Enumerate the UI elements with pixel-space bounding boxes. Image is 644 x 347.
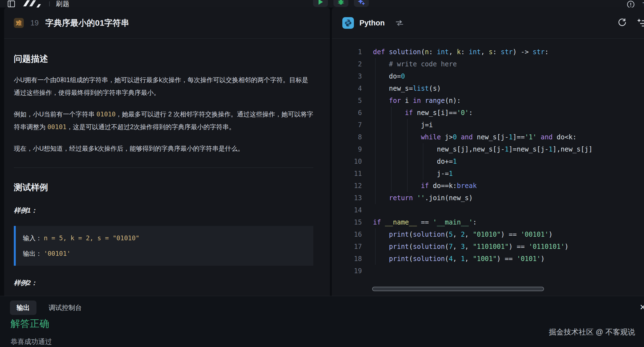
language-label: Python: [359, 19, 385, 27]
switch-language-icon[interactable]: [395, 20, 404, 26]
line-number: 16: [332, 228, 362, 241]
line-number: 3: [332, 70, 362, 82]
section-divider: [14, 168, 313, 168]
line-content: new_s=list(s): [373, 82, 441, 95]
line-content: do+=1: [373, 155, 457, 168]
code-line[interactable]: 2 # write code here: [332, 58, 644, 70]
inline-code: 00101: [47, 123, 66, 131]
line-content: j=i: [373, 119, 433, 131]
line-content: if __name__ == '__main__':: [373, 216, 477, 228]
line-number: 5: [332, 95, 362, 107]
code-line[interactable]: 14: [332, 204, 644, 216]
code-line[interactable]: 1def solution(n: int, k: int, s: str) ->…: [332, 46, 644, 58]
line-number: 10: [332, 155, 362, 168]
sample-row: 输出： '00101': [23, 246, 313, 261]
sample-row: 输入： n = 5, k = 2, s = "01010": [23, 230, 313, 246]
horizontal-scrollbar[interactable]: [372, 287, 544, 291]
app-label: 刷题: [56, 0, 70, 8]
code-line[interactable]: 5 for i in range(n):: [332, 95, 644, 107]
ai-sparkle-icon: [358, 0, 365, 5]
line-content: if new_s[i]=='0':: [373, 107, 473, 119]
description-heading: 问题描述: [14, 53, 313, 65]
paragraph-text: 小U拥有一个由0和1组成的字符串，她可以进行最多k次操作，每次操作可以交换相邻的…: [14, 76, 308, 96]
line-number: 2: [332, 58, 362, 70]
line-content: def solution(n: int, k: int, s: str) -> …: [373, 46, 549, 58]
tab-output[interactable]: 输出: [10, 301, 36, 315]
sample-row-label: 输出：: [23, 250, 44, 257]
problem-header: 难 19 字典序最小的01字符串: [4, 7, 330, 39]
code-line[interactable]: 15if __name__ == '__main__':: [332, 216, 644, 228]
line-content: new_s[j],new_s[j-1]=new_s[j-1],new_s[j]: [373, 143, 593, 155]
sample-label: 样例2：: [14, 278, 313, 287]
sample-row-value: '00101': [44, 250, 70, 257]
line-content: for i in range(n):: [373, 95, 461, 107]
code-line[interactable]: 11 j-=1: [332, 168, 644, 180]
code-line[interactable]: 8 while j>0 and new_s[j-1]=='1' and do<k…: [332, 131, 644, 143]
line-content: print(solution(5, 2, "01010") == '00101'…: [373, 228, 553, 241]
bug-icon: [337, 0, 345, 5]
code-line[interactable]: 7 j=i: [332, 119, 644, 131]
line-content: j-=1: [373, 168, 453, 180]
code-line[interactable]: 16 print(solution(5, 2, "01010") == '001…: [332, 228, 644, 241]
sample-block: 输入： n = 5, k = 2, s = "01010"输出： '00101': [14, 226, 313, 266]
line-number: 18: [332, 253, 362, 265]
description-paragraph: 小U拥有一个由0和1组成的字符串，她可以进行最多k次操作，每次操作可以交换相邻的…: [14, 74, 313, 99]
juejin-logo[interactable]: [21, 0, 43, 7]
result-message: 恭喜成功通过: [10, 337, 52, 346]
line-number: 17: [332, 241, 362, 253]
line-number: 4: [332, 82, 362, 95]
code-line[interactable]: 10 do+=1: [332, 155, 644, 168]
code-line[interactable]: 12 if do==k:break: [332, 180, 644, 192]
toolbar-divider: [49, 1, 50, 6]
indent-guide: [375, 228, 375, 265]
main-split: 难 19 字典序最小的01字符串 问题描述 小U拥有一个由0和1组成的字符串，她…: [4, 7, 644, 296]
line-number: 7: [332, 119, 362, 131]
inline-code: 01010: [96, 111, 115, 118]
difficulty-badge: 难: [14, 18, 24, 28]
app-window: 刷题: [0, 0, 644, 347]
play-icon: [317, 0, 324, 5]
line-content: # write code here: [373, 58, 457, 70]
line-content: do=0: [373, 70, 405, 82]
description-paragraph: 例如，小U当前有一个字符串 01010，她最多可以进行 2 次相邻字符交换操作。…: [14, 108, 313, 133]
paragraph-text: 现在，小U想知道，经过最多k次操作后，能够得到的字典序最小的字符串是什么。: [14, 145, 244, 152]
line-number: 19: [332, 265, 362, 277]
line-number: 1: [332, 46, 362, 58]
problem-panel: 难 19 字典序最小的01字符串 问题描述 小U拥有一个由0和1组成的字符串，她…: [4, 7, 330, 296]
close-icon[interactable]: ×: [640, 302, 644, 312]
run-button[interactable]: [313, 0, 328, 7]
code-line[interactable]: 13 return ''.join(new_s): [332, 192, 644, 204]
code-editor[interactable]: 1def solution(n: int, k: int, s: str) ->…: [332, 39, 644, 296]
indent-guide: [391, 107, 391, 192]
examples-heading: 测试样例: [14, 182, 313, 193]
editor-panel: Python: [332, 7, 644, 296]
reset-code-icon[interactable]: [617, 17, 627, 27]
problem-number: 19: [30, 19, 39, 27]
format-code-icon[interactable]: [637, 17, 644, 27]
line-number: 15: [332, 216, 362, 228]
sample-row-label: 输入：: [23, 234, 44, 242]
code-line[interactable]: 17 print(solution(7, 3, "1101001") == '0…: [332, 241, 644, 253]
debug-button[interactable]: [333, 0, 348, 7]
code-line[interactable]: 18 print(solution(4, 1, "1001") == '0101…: [332, 253, 644, 265]
code-line[interactable]: 6 if new_s[i]=='0':: [332, 107, 644, 119]
problem-body: 问题描述 小U拥有一个由0和1组成的字符串，她可以进行最多k次操作，每次操作可以…: [4, 53, 330, 296]
line-content: print(solution(7, 3, "1101001") == '0110…: [373, 241, 569, 253]
panel-toggle-icon[interactable]: [8, 1, 15, 7]
code-line[interactable]: 3 do=0: [332, 70, 644, 82]
watermark: 掘金技术社区 @ 不客观说: [549, 327, 635, 337]
line-content: while j>0 and new_s[j-1]=='1' and do<k:: [373, 131, 577, 143]
sample-label: 样例1：: [14, 206, 313, 215]
info-icon[interactable]: [627, 1, 635, 8]
code-line[interactable]: 9 new_s[j],new_s[j-1]=new_s[j-1],new_s[j…: [332, 143, 644, 155]
indent-guide: [423, 143, 423, 180]
line-number: 11: [332, 168, 362, 180]
tab-debug-console[interactable]: 调试控制台: [49, 303, 82, 312]
code-line[interactable]: 19: [332, 265, 644, 277]
editor-header: Python: [332, 7, 644, 39]
top-toolbar: 刷题: [0, 0, 644, 7]
problem-title: 字典序最小的01字符串: [45, 17, 129, 29]
ai-assist-button[interactable]: [354, 0, 369, 7]
code-line[interactable]: 4 new_s=list(s): [332, 82, 644, 95]
sample-row-value: n = 5, k = 2, s = "01010": [44, 234, 139, 242]
